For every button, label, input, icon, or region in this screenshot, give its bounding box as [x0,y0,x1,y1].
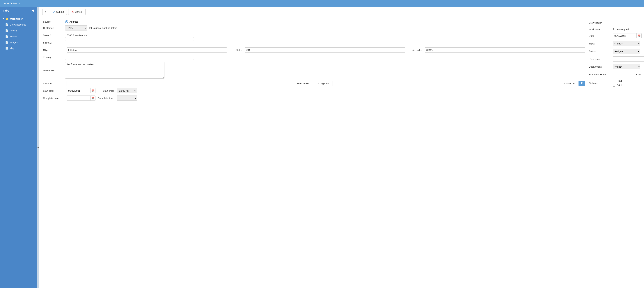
complete-time-select[interactable] [117,96,137,101]
printed-option-row: Printed [613,84,624,87]
cancel-x-icon: ✖ [71,10,74,13]
source-radio-button[interactable] [65,20,68,23]
reference-input[interactable] [613,56,644,62]
work-order-value: To be assigned [613,28,629,31]
date-input[interactable] [613,33,637,38]
complete-date-calendar-button[interactable]: 📅 [90,96,96,101]
latitude-label: Latitude: [43,82,65,85]
complete-time-label: Complete time: [97,97,115,100]
sidebar-section: ▼ 📁 Work Order 📄 Crew/Resource 📄 Activit… [0,14,37,52]
title-tab: Work Orders × [2,1,22,6]
sidebar: Tabs ◀ ▼ 📁 Work Order 📄 Crew/Resource 📄 … [0,6,37,288]
street2-input[interactable] [65,40,194,45]
options-row: Options: Hold Printed [589,80,640,87]
collapse-handle[interactable]: ◀ [37,6,39,288]
submit-button[interactable]: ✔ Submit [50,9,67,15]
country-input[interactable] [65,55,194,60]
description-row: Description: [43,62,585,79]
street1-input[interactable] [65,33,194,38]
state-input[interactable] [245,47,405,52]
options-checkboxes: Hold Printed [613,80,624,87]
street1-label: Street 1: [43,34,65,37]
start-date-input[interactable] [66,88,90,93]
printed-label: Printed [617,84,624,87]
hold-label: Hold [617,80,622,82]
title-tab-label: Work Orders [4,2,17,5]
zip-input[interactable] [425,47,585,52]
crew-leader-input[interactable] [613,20,644,25]
printed-checkbox[interactable] [613,84,615,87]
street2-row: Street 2: [43,40,585,45]
start-date-label: Start date: [43,89,65,92]
date-wrapper: 📅 [613,33,642,38]
country-label: Country: [43,56,65,59]
department-label: Department: [589,65,613,68]
sidebar-collapse-icon[interactable]: ◀ [32,9,34,12]
hold-option-row: Hold [613,80,624,82]
type-row: Type: <none> [589,41,640,46]
form-left: Source: Address Customer: 1NBJ 1st Natio… [43,20,585,103]
sidebar-item-images[interactable]: 📄 Images [2,39,37,45]
status-label: Status: [589,50,613,53]
customer-name: 1st National Bank of Jeffco [89,27,117,29]
department-row: Department: <none> [589,64,640,69]
street1-row: Street 1: [43,33,585,38]
source-radio-group: Address [65,20,78,23]
form-area: Source: Address Customer: 1NBJ 1st Natio… [39,17,644,106]
complete-datetime-row: Complete date: 📅 Complete time: [43,96,585,101]
type-label: Type: [589,42,613,45]
help-button[interactable]: ? [42,9,48,15]
options-label: Options: [589,82,613,85]
date-calendar-button[interactable]: 📅 [636,33,642,38]
date-label: Date: [589,34,613,37]
latitude-input[interactable] [66,81,311,86]
zip-label: Zip code: [407,49,423,51]
activity-icon: 📄 [5,29,8,32]
geo-row: Latitude: Longitude: [43,81,585,86]
complete-date-input[interactable] [66,96,90,101]
city-input[interactable] [66,47,227,52]
department-select[interactable]: <none> [613,64,640,69]
crew-resource-icon: 📄 [5,23,8,26]
customer-row: Customer: 1NBJ 1st National Bank of Jeff… [43,25,585,30]
sidebar-item-crew-resource[interactable]: 📄 Crew/Resource [2,22,37,27]
description-label: Description: [43,69,65,72]
estimated-hours-row: Estimated Hours: [589,72,640,77]
sidebar-item-activity[interactable]: 📄 Activity [2,27,37,33]
sidebar-group-label: Work Order [10,17,23,20]
complete-date-wrapper: 📅 [66,96,96,101]
location-pin-icon [580,82,583,85]
status-select[interactable]: Assigned [613,49,640,54]
crew-leader-row: Crew leader: [589,20,640,25]
map-icon: 📄 [5,47,8,50]
start-time-label: Start time: [97,89,115,92]
source-label: Source: [43,20,65,23]
customer-select[interactable]: 1NBJ [65,25,87,30]
sidebar-item-label: Images [10,41,18,44]
sidebar-item-label: Meters [10,35,17,38]
longitude-input[interactable] [332,81,577,86]
submit-check-icon: ✔ [53,10,55,13]
start-time-select[interactable]: 10:00 AM [117,88,137,93]
toolbar: ? ✔ Submit ✖ Cancel [39,6,644,17]
cancel-label: Cancel [75,10,82,13]
sidebar-item-label: Map [10,47,14,50]
cancel-button[interactable]: ✖ Cancel [68,9,85,15]
type-select[interactable]: <none> [613,41,640,46]
geo-locate-button[interactable] [578,81,585,86]
estimated-hours-label: Estimated Hours: [589,73,613,76]
customer-fields: 1NBJ 1st National Bank of Jeffco [65,25,117,30]
hold-checkbox[interactable] [613,80,615,82]
collapse-arrow-icon: ▼ [2,18,4,20]
estimated-hours-input[interactable] [613,72,642,77]
start-date-calendar-button[interactable]: 📅 [90,88,96,93]
sidebar-sub-items: 📄 Crew/Resource 📄 Activity 📄 Meters 📄 Im… [0,22,37,51]
sidebar-item-map[interactable]: 📄 Map [2,45,37,51]
meters-icon: 📄 [5,35,8,38]
sidebar-item-meters[interactable]: 📄 Meters [2,33,37,39]
sidebar-group-work-order: ▼ 📁 Work Order [0,16,37,22]
close-tab-button[interactable]: × [18,2,20,4]
start-datetime-row: Start date: 📅 Start time: 10:00 AM [43,88,585,93]
description-input[interactable] [65,62,164,79]
sidebar-item-label: Crew/Resource [10,23,26,26]
